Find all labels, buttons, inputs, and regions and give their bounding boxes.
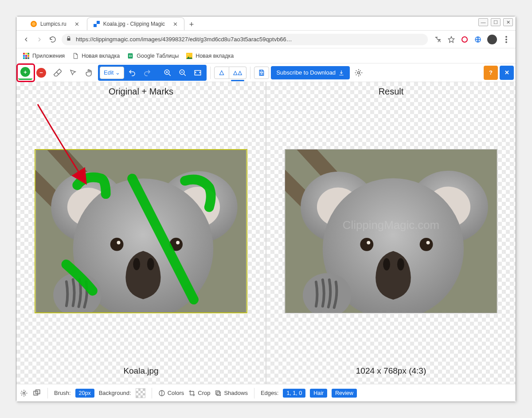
panel-footer-right: 1024 x 768px (4:3)	[266, 361, 516, 384]
app-toolbar: + − Edit ⌄	[16, 63, 516, 82]
svg-rect-14	[261, 70, 263, 71]
url-input[interactable]: https://clippingmagic.com/images/4399832…	[62, 34, 428, 45]
brush-size-button[interactable]: 20px	[75, 389, 94, 398]
edit-menu-label: Edit	[104, 69, 113, 76]
separator	[47, 388, 48, 398]
svg-rect-49	[217, 392, 221, 395]
panel-title-right: Result	[266, 82, 516, 101]
window-close[interactable]: ✕	[503, 18, 513, 26]
bookmark-new-tab-2[interactable]: Новая вкладка	[186, 52, 234, 59]
save-button[interactable]	[254, 67, 269, 79]
review-button[interactable]: Review	[332, 389, 357, 398]
extension-opera-icon[interactable]	[461, 35, 469, 43]
tab-title: Koala.jpg - Clipping Magic	[103, 21, 165, 27]
workspace: Original + Marks	[16, 82, 516, 384]
separator	[254, 388, 254, 398]
svg-point-3	[505, 39, 507, 40]
svg-point-37	[420, 237, 433, 251]
kebab-menu-icon[interactable]	[502, 35, 510, 43]
svg-point-39	[426, 241, 430, 244]
tab-close-icon[interactable]: ✕	[74, 21, 79, 28]
page-icon	[72, 52, 79, 59]
scalpel-button[interactable]	[66, 66, 80, 80]
eraser-button[interactable]	[50, 66, 64, 80]
bookmark-sheets[interactable]: Google Таблицы	[127, 52, 179, 59]
close-editor-button[interactable]: ✕	[500, 66, 514, 80]
back-button[interactable]	[22, 35, 31, 44]
plus-icon: +	[20, 67, 30, 77]
svg-rect-8	[130, 55, 131, 57]
panel-result: Result	[266, 82, 516, 384]
canvas-wrap-left	[16, 101, 266, 361]
separator	[210, 67, 211, 79]
hair-button[interactable]: Hair	[310, 389, 327, 398]
window-minimize[interactable]: —	[478, 18, 488, 26]
help-button[interactable]: ?	[484, 66, 498, 80]
panel-footer-left: Koala.jpg	[16, 361, 266, 384]
separator	[152, 388, 152, 398]
result-canvas[interactable]: ClippingMagic.com	[285, 149, 497, 313]
keep-brush-button[interactable]: +	[18, 66, 32, 80]
tab-strip: Lumpics.ru ✕ Koala.jpg - Clipping Magic …	[16, 16, 516, 31]
bottom-bar: Brush: 20px Background: Colors Crop Shad…	[16, 384, 516, 402]
close-label: ✕	[505, 69, 509, 76]
chevron-down-icon: ⌄	[115, 69, 120, 76]
svg-point-10	[188, 54, 188, 55]
original-canvas[interactable]	[35, 149, 247, 313]
split-view-button[interactable]	[229, 67, 246, 79]
shadows-label: Shadows	[224, 390, 247, 396]
bookmark-label: Новая вкладка	[196, 53, 234, 59]
bookmark-new-tab-1[interactable]: Новая вкладка	[72, 52, 120, 59]
svg-text:ClippingMagic.com: ClippingMagic.com	[343, 219, 439, 231]
image-icon	[186, 52, 193, 59]
edit-menu[interactable]: Edit ⌄	[100, 67, 124, 79]
canvas-wrap-right: ClippingMagic.com	[266, 101, 516, 361]
remove-brush-button[interactable]: −	[34, 66, 48, 80]
new-tab-button[interactable]: +	[186, 19, 197, 30]
bookmark-label: Приложения	[32, 53, 65, 59]
zoom-in-button[interactable]	[160, 66, 175, 80]
crop-button[interactable]: Crop	[188, 390, 210, 397]
svg-point-44	[23, 392, 25, 394]
crop-icon	[188, 390, 196, 397]
redo-button[interactable]	[140, 66, 154, 80]
lock-icon	[66, 36, 72, 43]
reload-button[interactable]	[48, 35, 57, 44]
fit-screen-button[interactable]	[191, 66, 205, 80]
extension-globe-icon[interactable]	[474, 35, 482, 43]
svg-point-38	[367, 241, 370, 244]
translate-icon[interactable]	[434, 35, 442, 43]
zoom-out-button[interactable]	[176, 66, 190, 80]
favicon-icon	[94, 21, 100, 27]
url-text: https://clippingmagic.com/images/4399832…	[76, 36, 292, 43]
view-mode-group	[214, 67, 246, 79]
bookmark-apps[interactable]: Приложения	[23, 52, 65, 59]
prefs-button[interactable]	[20, 389, 28, 397]
browser-tab-lumpics[interactable]: Lumpics.ru ✕	[24, 18, 86, 30]
panel-original: Original + Marks	[16, 82, 266, 384]
svg-point-41	[397, 258, 404, 270]
colors-button[interactable]: Colors	[158, 390, 184, 397]
undo-button[interactable]	[125, 66, 139, 80]
tab-title: Lumpics.ru	[40, 21, 66, 27]
window-maximize[interactable]: ☐	[491, 18, 501, 26]
shadows-button[interactable]: Shadows	[215, 390, 247, 397]
sheets-icon	[127, 52, 134, 59]
address-bar: https://clippingmagic.com/images/4399832…	[16, 31, 516, 48]
bulk-button[interactable]	[32, 389, 41, 397]
svg-rect-15	[261, 73, 263, 75]
subscribe-download-button[interactable]: Subscribe to Download	[271, 66, 350, 79]
single-view-button[interactable]	[214, 67, 229, 79]
pan-button[interactable]	[82, 66, 96, 80]
window-controls: — ☐ ✕	[478, 18, 513, 26]
edges-values-button[interactable]: 1, 1, 0	[283, 389, 305, 398]
browser-tab-clippingmagic[interactable]: Koala.jpg - Clipping Magic ✕	[87, 18, 184, 30]
profile-avatar[interactable]	[487, 35, 497, 44]
svg-point-16	[358, 71, 360, 74]
forward-button[interactable]	[35, 35, 44, 44]
svg-point-40	[383, 258, 390, 270]
background-swatch[interactable]	[136, 388, 145, 398]
tab-close-icon[interactable]: ✕	[173, 21, 178, 28]
star-icon[interactable]	[447, 35, 455, 43]
settings-button[interactable]	[352, 66, 366, 80]
